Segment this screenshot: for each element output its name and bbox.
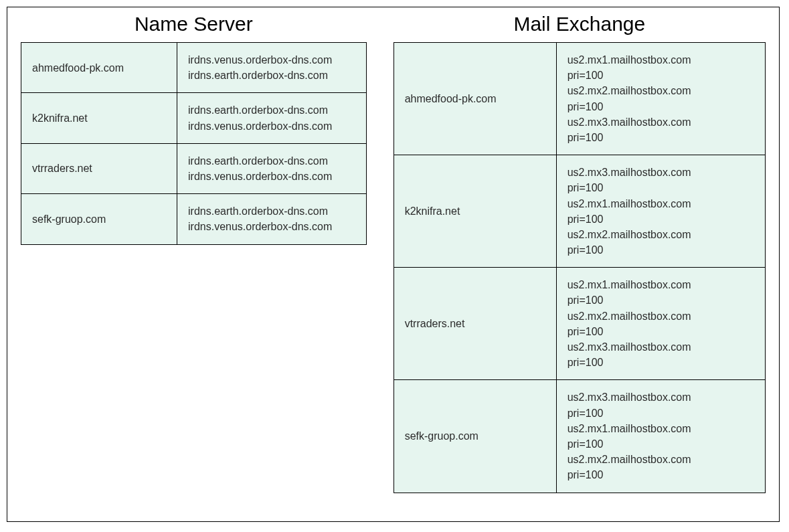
table-row: vtrraders.netus2.mx1.mailhostbox.compri=… [393,268,765,380]
table-row: k2knifra.netus2.mx3.mailhostbox.compri=1… [393,155,765,268]
table-row: ahmedfood-pk.comus2.mx1.mailhostbox.comp… [393,43,765,155]
mx-host: us2.mx2.mailhostbox.com [567,227,754,242]
mx-host: us2.mx1.mailhostbox.com [567,52,754,68]
mx-host: us2.mx3.mailhostbox.com [567,339,754,355]
mx-records-cell: us2.mx3.mailhostbox.compri=100us2.mx1.ma… [556,155,765,268]
mx-domain-cell: sefk-gruop.com [393,380,556,493]
mx-priority: pri=100 [567,242,754,258]
mx-priority: pri=100 [567,211,754,227]
page-frame: Name Server ahmedfood-pk.comirdns.venus.… [7,7,780,522]
mx-priority: pri=100 [567,99,754,114]
mx-host: us2.mx1.mailhostbox.com [567,277,754,292]
ns-servers-cell: irdns.earth.orderbox-dns.com irdns.venus… [177,194,367,244]
mx-priority: pri=100 [567,292,754,308]
ns-servers-cell: irdns.earth.orderbox-dns.com irdns.venus… [177,93,367,143]
ns-domain-cell: k2knifra.net [21,93,177,143]
name-server-title: Name Server [135,13,253,35]
ns-domain-cell: ahmedfood-pk.com [21,43,177,93]
mx-priority: pri=100 [567,130,754,145]
mx-domain-cell: k2knifra.net [393,155,556,268]
mx-records-cell: us2.mx1.mailhostbox.compri=100us2.mx2.ma… [556,43,765,155]
table-row: sefk-gruop.comus2.mx3.mailhostbox.compri… [393,380,765,493]
name-server-column: Name Server ahmedfood-pk.comirdns.venus.… [21,13,367,245]
mx-host: us2.mx2.mailhostbox.com [567,452,754,467]
table-row: sefk-gruop.comirdns.earth.orderbox-dns.c… [21,194,367,244]
mx-priority: pri=100 [567,355,754,370]
mx-domain-cell: ahmedfood-pk.com [393,43,556,155]
ns-domain-cell: vtrraders.net [21,143,177,193]
mx-domain-cell: vtrraders.net [393,268,556,380]
table-row: k2knifra.netirdns.earth.orderbox-dns.com… [21,93,367,143]
mx-host: us2.mx1.mailhostbox.com [567,196,754,211]
mx-records-cell: us2.mx1.mailhostbox.compri=100us2.mx2.ma… [556,268,765,380]
mx-priority: pri=100 [567,406,754,421]
mx-host: us2.mx3.mailhostbox.com [567,389,754,405]
table-row: vtrraders.netirdns.earth.orderbox-dns.co… [21,143,367,193]
mx-host: us2.mx1.mailhostbox.com [567,421,754,436]
mx-priority: pri=100 [567,68,754,83]
mail-exchange-column: Mail Exchange ahmedfood-pk.comus2.mx1.ma… [393,13,766,493]
mx-priority: pri=100 [567,467,754,482]
ns-servers-cell: irdns.earth.orderbox-dns.com irdns.venus… [177,143,367,193]
name-server-table: ahmedfood-pk.comirdns.venus.orderbox-dns… [21,42,367,245]
mail-exchange-table: ahmedfood-pk.comus2.mx1.mailhostbox.comp… [393,42,766,493]
mx-host: us2.mx2.mailhostbox.com [567,83,754,98]
table-row: ahmedfood-pk.comirdns.venus.orderbox-dns… [21,43,367,93]
mx-records-cell: us2.mx3.mailhostbox.compri=100us2.mx1.ma… [556,380,765,493]
mx-host: us2.mx3.mailhostbox.com [567,114,754,130]
mx-priority: pri=100 [567,324,754,339]
mx-priority: pri=100 [567,180,754,195]
mail-exchange-title: Mail Exchange [513,13,645,35]
mx-priority: pri=100 [567,436,754,452]
mx-host: us2.mx2.mailhostbox.com [567,308,754,324]
ns-servers-cell: irdns.venus.orderbox-dns.com irdns.earth… [177,43,367,93]
ns-domain-cell: sefk-gruop.com [21,194,177,244]
mx-host: us2.mx3.mailhostbox.com [567,165,754,180]
